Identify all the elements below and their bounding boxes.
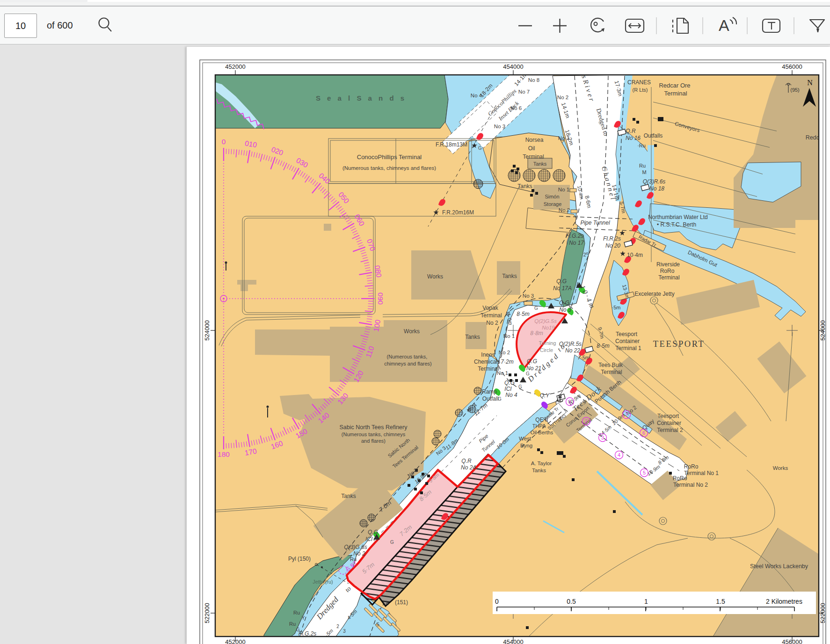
svg-text:THPA: THPA xyxy=(532,423,546,429)
svg-text:456000: 456000 xyxy=(782,63,802,70)
svg-text:Tees Bulk: Tees Bulk xyxy=(598,362,623,368)
svg-text:7·5m: 7·5m xyxy=(577,355,589,360)
svg-text:West: West xyxy=(519,436,531,441)
svg-text:No 3: No 3 xyxy=(559,307,571,313)
svg-text:Vopak: Vopak xyxy=(482,305,498,311)
svg-text:ICI: ICI xyxy=(504,386,512,392)
svg-text:No 24: No 24 xyxy=(461,464,476,471)
svg-text:2: 2 xyxy=(585,418,588,424)
svg-text:G: G xyxy=(526,371,530,376)
svg-text:Q.G: Q.G xyxy=(527,358,537,365)
svg-text:452000: 452000 xyxy=(225,63,245,70)
svg-text:ConocoPhillips Terminal: ConocoPhillips Terminal xyxy=(357,154,422,161)
svg-text:Q.G: Q.G xyxy=(556,278,567,285)
svg-text:No 2: No 2 xyxy=(557,95,568,100)
svg-text:N: N xyxy=(807,79,813,87)
svg-text:1: 1 xyxy=(568,399,571,404)
svg-text:(Numerous tanks, chimneys: (Numerous tanks, chimneys xyxy=(342,432,406,437)
svg-text:Terminal 1: Terminal 1 xyxy=(615,345,641,351)
svg-text:No 22: No 22 xyxy=(565,347,580,354)
svg-text:·5m: ·5m xyxy=(612,305,621,310)
svg-text:RoRo: RoRo xyxy=(660,268,675,274)
svg-text:(Numerous tanks,: (Numerous tanks, xyxy=(387,354,428,359)
svg-text:No 8: No 8 xyxy=(528,77,539,83)
svg-text:Q.R: Q.R xyxy=(461,458,472,464)
svg-text:452000: 452000 xyxy=(225,638,245,644)
svg-text:A: A xyxy=(719,16,729,34)
svg-text:G: G xyxy=(518,384,522,389)
svg-text:456000: 456000 xyxy=(782,638,802,644)
svg-text:Riverside: Riverside xyxy=(656,261,680,268)
svg-text:4: 4 xyxy=(618,452,620,458)
svg-text:Terminal: Terminal xyxy=(478,366,499,372)
svg-text:No 1: No 1 xyxy=(558,187,569,192)
svg-text:Ru: Ru xyxy=(289,621,296,627)
svg-text:Storage: Storage xyxy=(544,201,562,207)
svg-text:Outfalls: Outfalls xyxy=(644,132,663,139)
svg-text:Works: Works xyxy=(427,273,443,280)
svg-text:No 3: No 3 xyxy=(523,293,534,299)
svg-text:090: 090 xyxy=(377,293,385,305)
svg-text:Pipe Tunnel: Pipe Tunnel xyxy=(580,220,610,226)
svg-text:Byng: Byng xyxy=(520,443,532,448)
svg-text:522000: 522000 xyxy=(204,603,211,623)
svg-text:No 3: No 3 xyxy=(494,124,505,129)
svg-text:Circle: Circle xyxy=(540,347,553,353)
svg-text:CRANES: CRANES xyxy=(627,79,651,86)
svg-text:S e a l S a n d s: S e a l S a n d s xyxy=(316,94,407,102)
svg-text:Works: Works xyxy=(773,465,788,471)
svg-text:ICI A: ICI A xyxy=(365,536,378,542)
svg-text:• R.S.T.C. Berth: • R.S.T.C. Berth xyxy=(657,221,696,228)
svg-text:No 2: No 2 xyxy=(499,350,510,355)
svg-text:1: 1 xyxy=(644,598,648,605)
svg-text:Tanks: Tanks xyxy=(341,493,356,499)
svg-text:Turning: Turning xyxy=(539,340,556,346)
svg-text:Y: Y xyxy=(302,615,305,621)
svg-text:2 Kilometres: 2 Kilometres xyxy=(766,598,802,605)
svg-text:·5: ·5 xyxy=(375,622,379,627)
svg-text:QE II: QE II xyxy=(535,417,548,423)
svg-text:Teesport: Teesport xyxy=(616,331,638,337)
svg-text:No 2: No 2 xyxy=(353,550,365,557)
svg-text:Chemicals: Chemicals xyxy=(474,359,500,365)
svg-text:Norsea: Norsea xyxy=(525,137,544,143)
svg-text:454000: 454000 xyxy=(503,63,523,70)
svg-text:Q(3)R.6s: Q(3)R.6s xyxy=(643,178,666,185)
svg-text:Teesport: Teesport xyxy=(657,413,679,419)
svg-text:A. Taylor: A. Taylor xyxy=(531,461,552,466)
svg-text:2: 2 xyxy=(336,624,339,629)
svg-text:Redcar: Redcar xyxy=(806,134,824,141)
svg-text:No 17A: No 17A xyxy=(553,285,572,292)
svg-text:Sabic North Tees Refinery: Sabic North Tees Refinery xyxy=(340,424,408,431)
svg-text:G: G xyxy=(478,146,482,151)
svg-text:(R Lts): (R Lts) xyxy=(633,87,648,93)
svg-text:6: 6 xyxy=(642,430,645,436)
svg-text:No 17: No 17 xyxy=(569,240,584,246)
svg-text:7: 7 xyxy=(625,412,628,417)
svg-text:(Numerous tanks, chimneys and: (Numerous tanks, chimneys and flares) xyxy=(342,165,436,171)
svg-text:No19: No19 xyxy=(542,325,555,330)
svg-text:Jetty (ru): Jetty (ru) xyxy=(313,579,333,585)
svg-text:0: 0 xyxy=(495,598,499,605)
svg-text:Terminal: Terminal xyxy=(601,369,622,375)
svg-text:Excelerate Jetty: Excelerate Jetty xyxy=(634,291,674,297)
svg-text:Terminal: Terminal xyxy=(658,274,679,281)
svg-text:No 7: No 7 xyxy=(518,89,530,95)
svg-text:No 4: No 4 xyxy=(505,392,517,398)
svg-text:Q.G: Q.G xyxy=(368,529,378,535)
svg-text:Ru: Ru xyxy=(350,556,357,562)
svg-text:0.5: 0.5 xyxy=(567,598,576,605)
svg-text:5: 5 xyxy=(643,470,646,476)
svg-text:TEESPORT: TEESPORT xyxy=(653,339,705,349)
svg-text:No 2: No 2 xyxy=(486,320,498,326)
svg-text:Ru: Ru xyxy=(293,610,300,615)
svg-text:No 1: No 1 xyxy=(503,333,515,339)
svg-text:G: G xyxy=(390,540,394,545)
svg-text:and flares): and flares) xyxy=(361,438,386,444)
svg-text:G: G xyxy=(498,396,502,402)
svg-text:Q.R: Q.R xyxy=(626,128,636,134)
svg-text:Container: Container xyxy=(615,338,640,344)
svg-text:G: G xyxy=(296,627,300,632)
svg-text:(151): (151) xyxy=(395,599,408,606)
svg-text:Oil Berths: Oil Berths xyxy=(531,430,553,435)
